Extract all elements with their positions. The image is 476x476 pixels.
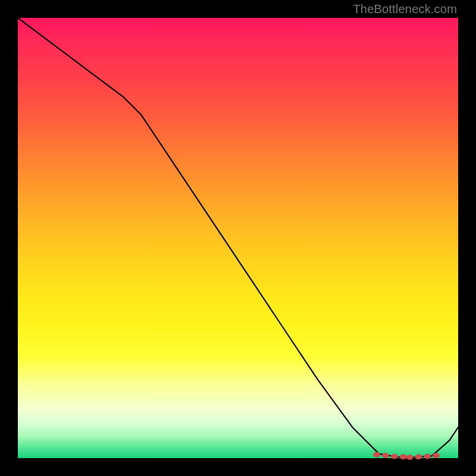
chart-svg <box>18 18 458 458</box>
plateau-marker <box>391 454 397 459</box>
plateau-marker <box>424 454 431 459</box>
plot-area <box>18 18 458 458</box>
plateau-marker <box>406 455 413 460</box>
plateau-marker <box>415 455 422 459</box>
chart-frame: TheBottleneck.com <box>0 0 476 476</box>
plateau-marker <box>382 453 389 458</box>
watermark-text: TheBottleneck.com <box>353 2 457 16</box>
plateau-marker <box>400 455 406 459</box>
bottleneck-curve <box>18 18 458 458</box>
plateau-marker-group <box>374 452 440 459</box>
plateau-marker <box>374 452 380 457</box>
plateau-marker <box>433 453 440 458</box>
